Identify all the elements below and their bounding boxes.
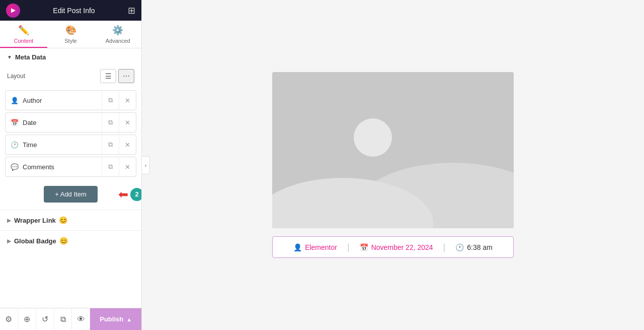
tab-style[interactable]: 🎨 Style [47,21,95,48]
date-item-label: 📅 Date [6,114,102,131]
tab-advanced-label: Advanced [106,38,130,44]
left-panel: ▶ Edit Post Info ⊞ ✏️ Content 🎨 Style ⚙️… [0,0,142,330]
layout-list-btn[interactable]: ☰ [100,69,116,83]
global-badge-label: Global Badge [14,237,56,245]
calendar-icon: 📅 [11,119,19,126]
time-item-actions: ⧉ ✕ [102,135,136,154]
date-meta-icon: 📅 [360,243,368,251]
comments-item-actions: ⧉ ✕ [102,157,136,176]
date-label: Date [23,119,36,126]
date-item: 📅 Date ⧉ ✕ [5,112,136,133]
global-badge-arrow: ▶ [7,238,11,244]
author-remove-btn[interactable]: ✕ [119,91,136,110]
meta-date-value: November 22, 2024 [371,243,433,251]
author-duplicate-btn[interactable]: ⧉ [102,91,119,110]
gear-icon: ⚙️ [112,25,123,36]
tab-style-label: Style [64,38,76,44]
comments-item: 💬 Comments ⧉ ✕ [5,157,136,177]
date-remove-btn[interactable]: ✕ [119,113,136,132]
meta-author-value: Elementor [305,243,337,251]
clock-icon: 🕐 [11,141,19,149]
svg-point-3 [354,118,392,157]
date-duplicate-btn[interactable]: ⧉ [102,113,119,132]
tab-advanced[interactable]: ⚙️ Advanced [94,21,141,48]
wrapper-link-label: Wrapper Link [14,217,56,224]
add-item-button[interactable]: + Add Item [44,186,98,203]
panel-toggle[interactable]: ‹ [142,156,150,174]
annotation-circle-2: 2 [130,188,141,201]
date-item-actions: ⧉ ✕ [102,113,136,132]
global-badge-header[interactable]: ▶ Global Badge 😊 [0,231,141,251]
palette-icon: 🎨 [65,25,76,36]
wrapper-link-header[interactable]: ▶ Wrapper Link 😊 [0,210,141,230]
meta-sep-2: | [443,242,446,252]
time-remove-btn[interactable]: ✕ [119,135,136,154]
meta-author-entry: 👤 Elementor [293,243,337,251]
comments-duplicate-btn[interactable]: ⧉ [102,157,119,176]
annotation-2: ⬅ 2 [118,188,141,201]
bottom-toolbar: ⚙ ⊕ ↺ ⧉ 👁 Publish ▲ [0,308,141,330]
time-label: Time [23,141,37,149]
comments-label: Comments [23,163,54,171]
meta-data-section-header[interactable]: ▼ Meta Data [0,48,141,66]
meta-time-entry: 🕐 6:38 am [455,243,493,251]
meta-data-arrow: ▼ [7,54,12,60]
annotation-arrow-2: ⬅ [118,188,128,201]
global-badge-section: ▶ Global Badge 😊 [0,230,141,251]
eye-icon-btn[interactable]: 👁 [72,308,90,330]
tabs-row: ✏️ Content 🎨 Style ⚙️ Advanced [0,21,141,48]
wrapper-link-section: ▶ Wrapper Link 😊 [0,210,141,230]
history-icon-btn[interactable]: ↺ [36,308,54,330]
tab-content-label: Content [14,38,34,44]
settings-icon-btn[interactable]: ⚙ [0,308,18,330]
time-item-label: 🕐 Time [6,136,102,154]
grid-icon[interactable]: ⊞ [128,5,135,16]
panel-title: Edit Post Info [53,7,95,15]
pencil-icon: ✏️ [18,25,29,36]
layers-icon-btn[interactable]: ⊕ [18,308,36,330]
meta-data-label: Meta Data [15,53,46,61]
comments-item-label: 💬 Comments [6,158,102,176]
author-label: Author [23,97,42,104]
layout-buttons: ☰ ⋯ [100,69,134,83]
elementor-logo: ▶ [6,4,20,18]
author-item-actions: ⧉ ✕ [102,91,136,110]
layout-row: Layout ☰ ⋯ [0,66,141,88]
wrapper-link-arrow: ▶ [7,218,11,223]
copy-icon-btn[interactable]: ⧉ [54,308,72,330]
right-content: 👤 Elementor | 📅 November 22, 2024 | 🕐 6:… [142,0,644,330]
panel-header: ▶ Edit Post Info ⊞ [0,0,141,21]
layout-inline-btn[interactable]: ⋯ [118,69,134,83]
panel-content: ▼ Meta Data Layout ☰ ⋯ 👤 Author ⧉ ✕ [0,48,141,308]
publish-button[interactable]: Publish ▲ [90,308,141,330]
author-item-label: 👤 Author [6,92,102,109]
comments-remove-btn[interactable]: ✕ [119,157,136,176]
meta-time-value: 6:38 am [467,243,493,251]
placeholder-svg [272,72,514,228]
time-item: 🕐 Time ⧉ ✕ [5,135,136,155]
post-meta-bar: 👤 Elementor | 📅 November 22, 2024 | 🕐 6:… [272,236,514,258]
publish-label: Publish [100,315,123,323]
author-icon: 👤 [11,97,19,104]
image-placeholder [272,72,514,228]
tab-content[interactable]: ✏️ Content [0,21,47,48]
author-item: 👤 Author ⧉ ✕ [5,90,136,110]
comment-icon: 💬 [11,163,19,171]
time-meta-icon: 🕐 [455,243,464,251]
layout-label: Layout [7,73,25,80]
add-item-container: + Add Item ⬅ 2 [0,179,141,210]
meta-date-entry: 📅 November 22, 2024 [360,243,433,251]
publish-chevron-icon: ▲ [126,316,132,322]
wrapper-link-emoji: 😊 [59,216,67,224]
global-badge-emoji: 😊 [59,237,68,245]
meta-sep-1: | [347,242,350,252]
author-meta-icon: 👤 [293,243,302,251]
date-item-container: 📅 Date ⧉ ✕ ⬅ 1 [0,112,141,133]
time-duplicate-btn[interactable]: ⧉ [102,135,119,154]
